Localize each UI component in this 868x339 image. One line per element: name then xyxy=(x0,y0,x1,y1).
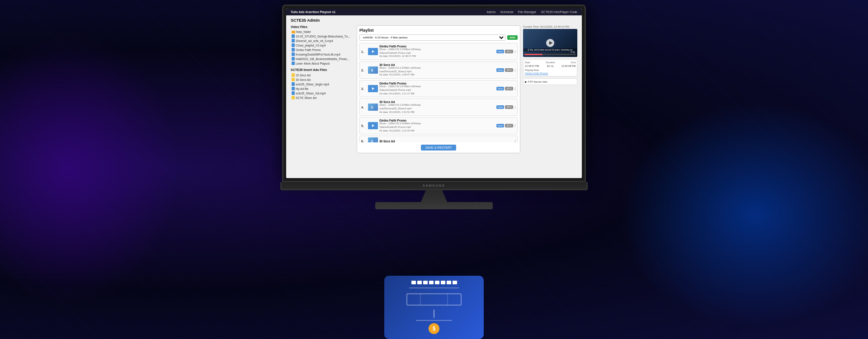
film-hole xyxy=(435,281,439,284)
video-timer: 0:41 xyxy=(571,51,575,53)
ftp-section: ▶ FTP Server Info: xyxy=(523,78,577,85)
current-time: Current Time: 5/11/2023, 12:49:13 PM xyxy=(523,25,577,28)
item-6-thumb: $ xyxy=(368,137,378,142)
item-4-view-button[interactable]: View xyxy=(496,105,505,109)
svg-text:$: $ xyxy=(371,69,373,72)
nav-schedule[interactable]: Schedule xyxy=(500,10,513,14)
playing-now-value[interactable]: Giniko Faith Promo xyxy=(525,72,576,75)
file-learn[interactable]: Learn More About Playout xyxy=(291,61,354,66)
doc-yellow-icon xyxy=(292,78,295,81)
nav-file-manager[interactable]: File Manager xyxy=(518,10,537,14)
doc-icon xyxy=(292,87,295,90)
file-studio[interactable]: 10.00_STUDIO_George-Bokuchava_Tu... xyxy=(291,34,354,38)
item-6-reorder[interactable] xyxy=(514,140,516,142)
item-5-epg-button[interactable]: EPG xyxy=(505,124,513,127)
film-divider xyxy=(409,287,459,288)
video-progress-bar[interactable] xyxy=(524,54,576,55)
item-4-reorder[interactable] xyxy=(514,106,516,108)
item-6-info: 30 Secs Ad xyxy=(379,140,512,142)
app-nav: Tulix Ads Insertion Playout v1 Admin Sch… xyxy=(286,9,582,15)
file-my-ad[interactable]: My Ad file xyxy=(291,86,354,91)
playlist-item-3: 3. Giniko Faith Promo 25min - 1280x720 2… xyxy=(359,80,518,97)
ads-files-title: SCTE35 Insert Ads Files xyxy=(291,68,354,71)
nav-links: Admin Schedule File Manager SCTE35 Info/… xyxy=(487,10,577,14)
file-giniko[interactable]: Giniko Faith Promo xyxy=(291,47,354,52)
ad-icon: $ xyxy=(371,139,375,142)
file-panel: Video Files New_folder 10.00_STUDIO_Geor… xyxy=(291,25,354,153)
item-2-view-button[interactable]: View xyxy=(496,68,505,72)
item-3-reorder[interactable] xyxy=(514,88,516,90)
item-6-number: 6. xyxy=(361,140,367,142)
file-knowing[interactable]: KnowingGodsWillForYourLife.mp4 xyxy=(291,52,354,56)
playlist-item-1: 1. Giniko Faith Promo 25min - 1280x720 2… xyxy=(359,43,518,60)
file-scte35-full[interactable]: scte35_30sec_full.mp4 xyxy=(291,91,354,95)
app-wrapper: Tulix Ads Insertion Playout v1 Admin Sch… xyxy=(286,9,582,178)
item-3-actions: View EPG xyxy=(496,87,513,90)
item-3-meta1: 25min - 1280x720 2.97Mb/s h264/aac xyxy=(379,85,495,89)
item-1-meta2: Videos/Giniko/th Promo.mp4 xyxy=(379,52,495,55)
dollar-circle: $ xyxy=(429,323,439,334)
file-nab[interactable]: NAB2022_GB_BusinessModels_Privac... xyxy=(291,56,354,61)
item-2-info: 30 Secs Ad 25sec - 1280x720 2.97Mb/s h26… xyxy=(379,63,495,77)
item-1-view-button[interactable]: View xyxy=(496,50,505,53)
add-button[interactable]: ADD xyxy=(507,35,518,40)
item-1-meta1: 25min - 1280x720 2.97Mb/s h264/aac xyxy=(379,48,495,52)
film-hole xyxy=(441,281,445,284)
end-value: 12:50:48 PM xyxy=(561,65,576,67)
item-5-meta3: Air date: 5/11/2023, 1:21:43 PM xyxy=(379,129,495,133)
item-3-view-button[interactable]: View xyxy=(496,87,505,90)
item-2-number: 2. xyxy=(361,69,367,72)
file-cloud[interactable]: Cloud_playlist_V2.mp4 xyxy=(291,43,354,47)
item-5-reorder[interactable] xyxy=(514,125,516,127)
file-new-folder[interactable]: New_folder xyxy=(291,30,354,34)
monitor: Tulix Ads Insertion Playout v1 Admin Sch… xyxy=(280,5,588,209)
item-5-view-button[interactable]: View xyxy=(496,124,505,127)
item-2-meta3: Air date: 5/11/2023, 1:05:47 PM xyxy=(379,73,495,77)
playlist-item-6: 6. $ 30 Secs Ad xyxy=(359,136,518,142)
item-2-thumb: $ xyxy=(368,66,378,74)
video-play-button[interactable] xyxy=(546,39,554,47)
file-15secs-ad[interactable]: 15 Secs Ad xyxy=(291,73,354,77)
item-5-thumb xyxy=(368,122,378,129)
ftp-label[interactable]: ▶ FTP Server Info: xyxy=(525,80,576,83)
item-2-meta1: 25sec - 1280x720 2.97Mb/s h264/aac xyxy=(379,66,495,70)
playback-section: Start Duration End 12:48:47 PM 2m 1s 12:… xyxy=(523,59,577,76)
item-4-epg-button[interactable]: EPG xyxy=(505,105,513,109)
playlist-title: Playlist xyxy=(359,28,518,33)
film-hole xyxy=(411,281,416,284)
save-restart-button[interactable]: SAVE & RESTART xyxy=(421,145,457,151)
reorder-dot xyxy=(514,51,516,51)
item-1-epg-button[interactable]: EPG xyxy=(505,50,513,53)
nav-admin[interactable]: Admin xyxy=(487,10,496,14)
film-strip-top xyxy=(411,281,457,284)
file-scte35-begin[interactable]: scte35_30sec_begin.mp4 xyxy=(291,82,354,86)
end-label: End xyxy=(571,61,576,64)
monitor-screen-border: Tulix Ads Insertion Playout v1 Admin Sch… xyxy=(282,5,586,182)
play-triangle-icon xyxy=(549,41,552,45)
item-3-epg-button[interactable]: EPG xyxy=(505,87,513,90)
ad-icon: $ xyxy=(371,68,375,72)
film-hole xyxy=(417,281,422,284)
playlist-panel: Playlist tv04040 - 0.13 Hours - 4 files … xyxy=(357,25,520,153)
nav-scte35[interactable]: SCTE35 Info/Player Code xyxy=(541,10,577,14)
svg-text:$: $ xyxy=(371,106,373,109)
item-6-name: 30 Secs Ad xyxy=(379,140,512,142)
file-30secs-ad[interactable]: 30 Secs Ad xyxy=(291,77,354,82)
right-panel: Current Time: 5/11/2023, 12:49:13 PM & Y… xyxy=(523,25,577,153)
playlist-select[interactable]: tv04040 - 0.13 Hours - 4 files (active) xyxy=(359,34,505,41)
item-2-epg-button[interactable]: EPG xyxy=(505,68,513,72)
item-4-actions: View EPG xyxy=(496,105,513,109)
app-logo: Tulix Ads Insertion Playout v1 xyxy=(291,10,335,14)
file-30secs[interactable]: 30secs0_ad_scte_int_0.mp4 xyxy=(291,38,354,43)
file-scte-30sec[interactable]: SCTE 30sec Ad xyxy=(291,95,354,100)
doc-icon xyxy=(292,34,295,38)
doc-icon xyxy=(292,91,295,95)
item-1-reorder[interactable] xyxy=(514,51,516,53)
doc-yellow-icon xyxy=(292,73,295,77)
item-2-reorder[interactable] xyxy=(514,69,516,71)
reorder-dot xyxy=(514,52,516,53)
item-2-actions: View EPG xyxy=(496,68,513,72)
doc-yellow-icon xyxy=(292,96,295,99)
bg-glow-right xyxy=(619,102,868,328)
item-4-info: 30 Secs Ad 25sec - 1280x720 2.97Mb/s h26… xyxy=(379,100,495,114)
